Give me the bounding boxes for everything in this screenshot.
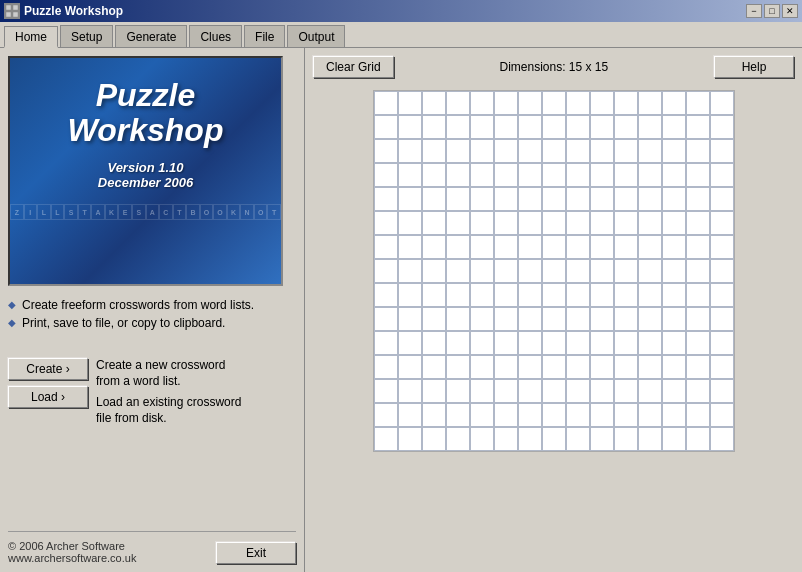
grid-cell[interactable] <box>518 235 542 259</box>
grid-cell[interactable] <box>398 331 422 355</box>
grid-cell[interactable] <box>518 283 542 307</box>
grid-cell[interactable] <box>614 139 638 163</box>
grid-cell[interactable] <box>638 307 662 331</box>
grid-cell[interactable] <box>422 427 446 451</box>
grid-cell[interactable] <box>638 427 662 451</box>
grid-cell[interactable] <box>542 91 566 115</box>
grid-cell[interactable] <box>446 355 470 379</box>
grid-cell[interactable] <box>398 379 422 403</box>
grid-cell[interactable] <box>470 331 494 355</box>
grid-cell[interactable] <box>446 163 470 187</box>
grid-cell[interactable] <box>398 187 422 211</box>
grid-cell[interactable] <box>662 187 686 211</box>
grid-cell[interactable] <box>614 427 638 451</box>
grid-cell[interactable] <box>614 91 638 115</box>
load-button[interactable]: Load › <box>8 386 88 408</box>
grid-cell[interactable] <box>494 187 518 211</box>
grid-cell[interactable] <box>446 211 470 235</box>
grid-cell[interactable] <box>470 283 494 307</box>
grid-cell[interactable] <box>638 115 662 139</box>
grid-cell[interactable] <box>470 163 494 187</box>
grid-cell[interactable] <box>614 283 638 307</box>
grid-cell[interactable] <box>566 283 590 307</box>
grid-cell[interactable] <box>422 259 446 283</box>
grid-cell[interactable] <box>374 355 398 379</box>
close-button[interactable]: ✕ <box>782 4 798 18</box>
grid-cell[interactable] <box>374 331 398 355</box>
grid-cell[interactable] <box>374 187 398 211</box>
grid-cell[interactable] <box>686 235 710 259</box>
grid-cell[interactable] <box>662 331 686 355</box>
grid-cell[interactable] <box>542 403 566 427</box>
grid-cell[interactable] <box>518 91 542 115</box>
grid-cell[interactable] <box>566 139 590 163</box>
grid-cell[interactable] <box>422 91 446 115</box>
grid-cell[interactable] <box>470 235 494 259</box>
grid-cell[interactable] <box>638 211 662 235</box>
grid-cell[interactable] <box>542 139 566 163</box>
grid-cell[interactable] <box>566 355 590 379</box>
grid-cell[interactable] <box>614 355 638 379</box>
grid-cell[interactable] <box>494 139 518 163</box>
grid-cell[interactable] <box>590 139 614 163</box>
grid-cell[interactable] <box>710 139 734 163</box>
grid-cell[interactable] <box>638 259 662 283</box>
grid-cell[interactable] <box>422 331 446 355</box>
grid-cell[interactable] <box>566 307 590 331</box>
grid-cell[interactable] <box>470 355 494 379</box>
grid-cell[interactable] <box>542 259 566 283</box>
grid-cell[interactable] <box>686 427 710 451</box>
clear-grid-button[interactable]: Clear Grid <box>313 56 394 78</box>
grid-cell[interactable] <box>542 355 566 379</box>
grid-cell[interactable] <box>638 187 662 211</box>
grid-cell[interactable] <box>446 307 470 331</box>
grid-cell[interactable] <box>614 331 638 355</box>
grid-cell[interactable] <box>542 187 566 211</box>
grid-cell[interactable] <box>494 307 518 331</box>
grid-cell[interactable] <box>662 139 686 163</box>
grid-cell[interactable] <box>686 211 710 235</box>
grid-cell[interactable] <box>614 235 638 259</box>
grid-cell[interactable] <box>398 163 422 187</box>
grid-cell[interactable] <box>374 139 398 163</box>
grid-cell[interactable] <box>686 115 710 139</box>
grid-cell[interactable] <box>374 235 398 259</box>
grid-cell[interactable] <box>662 355 686 379</box>
grid-cell[interactable] <box>374 259 398 283</box>
grid-cell[interactable] <box>374 379 398 403</box>
grid-cell[interactable] <box>542 115 566 139</box>
exit-button[interactable]: Exit <box>216 542 296 564</box>
grid-cell[interactable] <box>638 331 662 355</box>
grid-cell[interactable] <box>470 379 494 403</box>
grid-cell[interactable] <box>566 211 590 235</box>
grid-cell[interactable] <box>614 115 638 139</box>
grid-cell[interactable] <box>398 235 422 259</box>
grid-cell[interactable] <box>470 139 494 163</box>
grid-cell[interactable] <box>398 355 422 379</box>
grid-cell[interactable] <box>566 331 590 355</box>
grid-cell[interactable] <box>542 283 566 307</box>
grid-cell[interactable] <box>518 331 542 355</box>
grid-cell[interactable] <box>638 163 662 187</box>
grid-cell[interactable] <box>518 163 542 187</box>
grid-cell[interactable] <box>374 211 398 235</box>
grid-cell[interactable] <box>590 259 614 283</box>
grid-cell[interactable] <box>590 283 614 307</box>
tab-output[interactable]: Output <box>287 25 345 47</box>
grid-cell[interactable] <box>638 139 662 163</box>
grid-cell[interactable] <box>494 355 518 379</box>
tab-setup[interactable]: Setup <box>60 25 113 47</box>
grid-cell[interactable] <box>566 379 590 403</box>
grid-cell[interactable] <box>518 307 542 331</box>
grid-cell[interactable] <box>422 211 446 235</box>
grid-cell[interactable] <box>662 379 686 403</box>
grid-cell[interactable] <box>662 211 686 235</box>
grid-cell[interactable] <box>662 235 686 259</box>
grid-cell[interactable] <box>518 355 542 379</box>
grid-cell[interactable] <box>710 115 734 139</box>
grid-cell[interactable] <box>710 187 734 211</box>
grid-cell[interactable] <box>518 379 542 403</box>
grid-cell[interactable] <box>446 427 470 451</box>
tab-clues[interactable]: Clues <box>189 25 242 47</box>
grid-cell[interactable] <box>494 379 518 403</box>
